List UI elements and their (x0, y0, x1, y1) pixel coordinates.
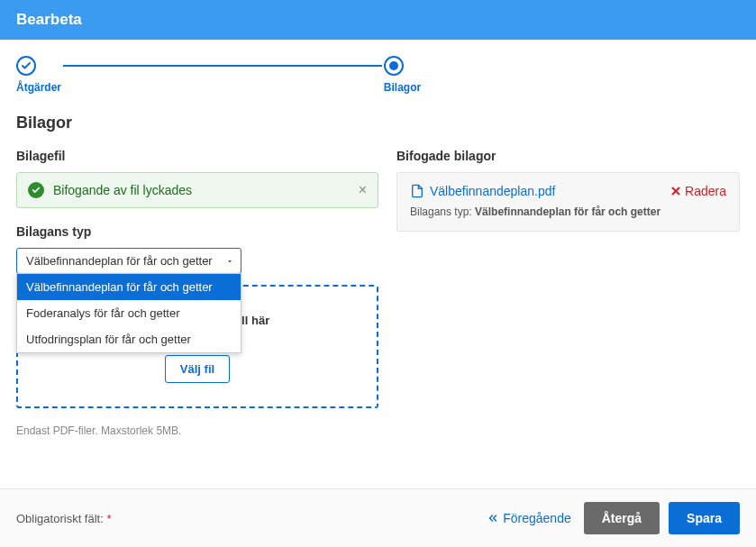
required-star-icon: * (106, 512, 111, 525)
type-select[interactable]: Välbefinnandeplan för får och getter Väl… (16, 248, 241, 274)
meta-value: Välbefinnandeplan för får och getter (475, 205, 660, 218)
success-alert: Bifogande av fil lyckades × (16, 172, 378, 208)
page-title: Bearbeta (16, 11, 82, 28)
type-dropdown: Välbefinnandeplan för får och getter Fod… (16, 273, 241, 353)
page-header: Bearbeta (0, 0, 756, 40)
chevron-double-left-icon (487, 512, 499, 524)
step-label: Åtgärder (16, 81, 61, 94)
cancel-button[interactable]: Återgå (584, 502, 660, 534)
success-check-icon (28, 182, 44, 198)
choose-file-button[interactable]: Välj fil (165, 355, 230, 383)
active-step-icon (384, 56, 404, 76)
file-icon (410, 184, 424, 198)
attachments-label: Bifogade bilagor (396, 149, 740, 163)
delete-label: Radera (685, 184, 726, 198)
step-atgarder[interactable]: Åtgärder (16, 56, 61, 94)
check-circle-icon (16, 56, 36, 76)
step-label: Bilagor (384, 81, 421, 94)
attachment-card: Välbefinnandeplan.pdf Radera Bilagans ty… (396, 172, 740, 232)
caret-down-icon (225, 257, 234, 266)
dropdown-option[interactable]: Utfodringsplan för får och getter (17, 326, 241, 352)
delete-attachment-button[interactable]: Radera (670, 184, 726, 198)
content: Åtgärder Bilagor Bilagor Bilagefil Bifog… (0, 40, 756, 453)
attachment-link[interactable]: Välbefinnandeplan.pdf (430, 184, 670, 198)
stepper: Åtgärder Bilagor (16, 56, 740, 94)
step-bilagor[interactable]: Bilagor (384, 56, 421, 94)
required-label: Obligatoriskt fält: (16, 512, 106, 525)
section-title: Bilagor (16, 114, 740, 132)
required-hint: Obligatoriskt fält: * (16, 512, 112, 525)
save-button[interactable]: Spara (669, 502, 740, 534)
file-hint: Endast PDF-filer. Maxstorlek 5MB. (16, 424, 378, 437)
alert-message: Bifogande av fil lyckades (53, 183, 350, 197)
alert-close-button[interactable]: × (359, 183, 367, 197)
previous-label: Föregående (503, 511, 571, 525)
dropdown-option[interactable]: Välbefinnandeplan för får och getter (17, 274, 241, 300)
step-connector (63, 65, 382, 68)
file-field-label: Bilagefil (16, 149, 378, 163)
select-box[interactable]: Välbefinnandeplan för får och getter (16, 248, 241, 274)
meta-label: Bilagans typ: (410, 205, 475, 218)
select-value: Välbefinnandeplan för får och getter (26, 254, 213, 268)
previous-link[interactable]: Föregående (487, 511, 571, 525)
type-field-label: Bilagans typ (16, 224, 378, 239)
attachment-meta: Bilagans typ: Välbefinnandeplan för får … (410, 205, 726, 218)
footer: Obligatoriskt fält: * Föregående Återgå … (0, 488, 756, 547)
dropdown-option[interactable]: Foderanalys för får och getter (17, 300, 241, 326)
delete-x-icon (670, 186, 681, 196)
